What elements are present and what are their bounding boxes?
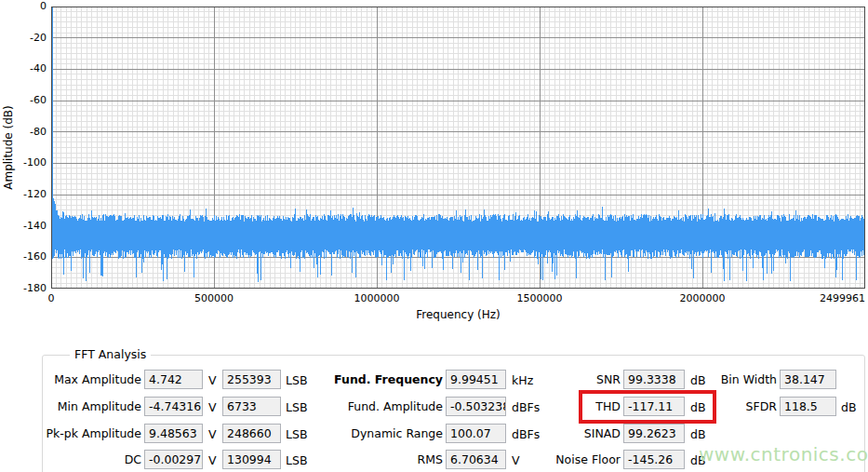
fund-amplitude-value[interactable]: -0.503238: [446, 397, 506, 416]
rms-label: RMS: [333, 452, 443, 467]
dc-lsb-value[interactable]: 130994: [222, 450, 281, 469]
max-amplitude-value[interactable]: 4.742: [144, 370, 203, 389]
fund-frequency-label: Fund. Frequency: [333, 371, 443, 387]
x-tick-label: 2000000: [680, 292, 726, 305]
min-amplitude-value[interactable]: -4.74316: [144, 397, 203, 416]
bin-width-label: Bin Width: [696, 371, 777, 387]
max-amplitude-lsb-value[interactable]: 255393: [222, 370, 281, 389]
pkpk-amplitude-lsb-unit: LSB: [286, 426, 307, 442]
spectrum-plot: [51, 7, 866, 290]
y-tick-label: -140: [0, 220, 47, 233]
y-tick-label: -160: [0, 250, 47, 263]
pkpk-amplitude-value[interactable]: 9.48563: [144, 424, 203, 443]
max-amplitude-unit: V: [208, 372, 217, 388]
min-amplitude-label: Min Amplitude: [45, 398, 141, 414]
x-axis-title: Frequency (Hz): [51, 308, 865, 321]
bin-width-value[interactable]: 38.147: [780, 370, 836, 389]
noise-floor-value[interactable]: -145.26: [623, 450, 685, 469]
x-tick-label: 1500000: [517, 292, 563, 305]
min-amplitude-lsb-unit: LSB: [286, 399, 307, 415]
y-tick-label: -80: [0, 126, 47, 139]
pkpk-amplitude-lsb-value[interactable]: 248660: [222, 424, 281, 443]
y-axis-title: Amplitude (dB): [2, 7, 17, 289]
x-tick-label: 0: [48, 292, 55, 305]
watermark: www.cntronics.com: [699, 443, 868, 465]
y-tick-label: -20: [0, 32, 47, 45]
sfdr-unit: dB: [841, 399, 857, 415]
dc-label: DC: [45, 452, 141, 467]
snr-value[interactable]: 99.3338: [623, 370, 685, 389]
snr-label: SNR: [517, 371, 621, 387]
sinad-unit: dB: [690, 426, 706, 442]
fund-amplitude-label: Fund. Amplitude: [333, 398, 443, 414]
max-amplitude-label: Max Amplitude: [45, 371, 141, 387]
y-tick-label: -180: [0, 282, 47, 295]
x-tick-label: 500000: [194, 292, 234, 305]
thd-highlight-box: [579, 390, 716, 424]
dynamic-range-label: Dynamic Range: [333, 425, 443, 441]
fund-frequency-value[interactable]: 9.99451: [446, 370, 506, 389]
sfdr-value[interactable]: 118.5: [780, 397, 836, 416]
y-tick-label: 0: [0, 0, 47, 13]
fft-analyzer-window: Amplitude (dB) 0-20-40-60-80-100-120-140…: [0, 0, 868, 472]
x-tick-label: 2499961: [820, 292, 865, 305]
min-amplitude-unit: V: [208, 399, 217, 415]
dc-unit: V: [208, 452, 217, 468]
sinad-value[interactable]: 99.2623: [623, 424, 685, 443]
noise-floor-label: Noise Floor: [517, 452, 621, 467]
y-tick-label: -100: [0, 156, 47, 169]
sinad-label: SINAD: [517, 425, 621, 441]
dc-lsb-unit: LSB: [286, 452, 307, 468]
dc-value[interactable]: -0.002975: [144, 450, 203, 469]
min-amplitude-lsb-value[interactable]: 6733: [222, 397, 281, 416]
y-tick-label: -120: [0, 188, 47, 201]
fft-analysis-title: FFT Analysis: [70, 347, 151, 362]
pkpk-amplitude-unit: V: [208, 426, 217, 442]
y-tick-label: -40: [0, 62, 47, 75]
x-tick-label: 1000000: [354, 292, 400, 305]
y-tick-label: -60: [0, 94, 47, 107]
rms-value[interactable]: 6.70634: [446, 450, 506, 469]
dynamic-range-value[interactable]: 100.07: [446, 424, 506, 443]
max-amplitude-lsb-unit: LSB: [286, 372, 307, 388]
pkpk-amplitude-label: Pk-pk Amplitude: [45, 425, 141, 441]
